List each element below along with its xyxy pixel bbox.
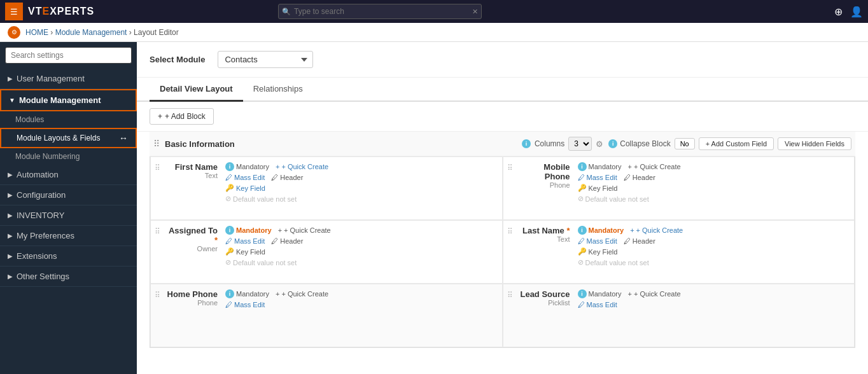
breadcrumb-home[interactable]: HOME <box>25 28 48 37</box>
field-control-row-1: i Mandatory + + Quick Create <box>225 226 496 235</box>
add-custom-field-button[interactable]: + Add Custom Field <box>699 137 774 150</box>
header-toggle[interactable]: 🖊 Header <box>624 174 655 181</box>
clear-search-icon[interactable]: ✕ <box>472 8 478 16</box>
mandatory-info-icon: i <box>578 289 587 298</box>
tab-detail-view-layout[interactable]: Detail View Layout <box>150 78 243 102</box>
header-icon: 🖊 <box>624 174 631 181</box>
sidebar-item-other-settings[interactable]: ▶ Other Settings <box>0 267 137 287</box>
field-controls: i Mandatory + + Quick Create 🖊 Ma <box>578 162 848 214</box>
sidebar-search-input[interactable] <box>5 47 132 64</box>
field-controls: i Mandatory + + Quick Create 🖊 Ma <box>225 289 496 342</box>
collapse-no-button[interactable]: No <box>675 138 695 149</box>
field-control-row-1: i Mandatory + + Quick Create <box>225 289 496 298</box>
default-label: Default value not set <box>233 259 297 267</box>
mandatory-toggle[interactable]: i Mandatory <box>578 226 624 235</box>
mass-edit-toggle[interactable]: 🖊 Mass Edit <box>578 174 617 181</box>
add-block-button[interactable]: + + Add Block <box>150 108 214 125</box>
field-control-row-2: 🖊 Mass Edit <box>225 301 496 308</box>
quick-create-toggle[interactable]: + + Quick Create <box>627 290 680 298</box>
mass-edit-label: Mass Edit <box>234 174 265 181</box>
mandatory-toggle[interactable]: i Mandatory <box>225 162 269 171</box>
block-settings-icon[interactable]: ⚙ <box>596 139 603 149</box>
quick-create-toggle[interactable]: + + Quick Create <box>276 163 328 170</box>
required-indicator: * <box>564 226 570 235</box>
content-area: Select Module Contacts Detail View Layou… <box>137 42 868 374</box>
columns-info-icon[interactable]: i <box>522 139 531 148</box>
mandatory-label: Mandatory <box>589 226 624 234</box>
columns-select[interactable]: 3 1 2 <box>568 137 592 151</box>
block-drag-handle[interactable]: ⠿ <box>153 139 160 149</box>
sidebar-subitem-module-numbering[interactable]: Module Numbering <box>0 148 137 165</box>
sidebar-item-configuration[interactable]: ▶ Configuration <box>0 185 137 205</box>
field-name: Home Phone <box>164 289 218 299</box>
mandatory-toggle[interactable]: i Mandatory <box>578 289 622 298</box>
field-drag-handle[interactable]: ⠿ <box>507 226 513 278</box>
sidebar-item-my-preferences[interactable]: ▶ My Preferences <box>0 226 137 246</box>
menu-button[interactable]: ☰ <box>5 3 23 20</box>
header-toggle[interactable]: 🖊 Header <box>271 237 303 245</box>
header-toggle[interactable]: 🖊 Header <box>624 237 655 245</box>
quick-create-toggle[interactable]: + + Quick Create <box>278 226 331 234</box>
add-icon[interactable]: ⊕ <box>834 6 843 18</box>
field-name: Assigned To * <box>164 226 218 245</box>
field-controls: i Mandatory + + Quick Create 🖊 Ma <box>578 289 848 342</box>
collapse-info-icon[interactable]: i <box>608 139 617 148</box>
field-type: Picklist <box>517 299 570 307</box>
arrow-icon: ▶ <box>8 191 13 198</box>
mass-edit-toggle[interactable]: 🖊 Mass Edit <box>225 174 265 181</box>
view-hidden-fields-button[interactable]: View Hidden Fields <box>778 137 851 150</box>
key-field-toggle[interactable]: 🔑 Key Field <box>225 184 496 192</box>
field-name-col: Mobile Phone Phone <box>517 162 574 214</box>
field-control-row-1: i Mandatory + + Quick Create <box>578 162 848 171</box>
key-field-label: Key Field <box>589 248 618 256</box>
sidebar: ▶ User Management ▼ Module Management Mo… <box>0 42 137 374</box>
field-drag-handle[interactable]: ⠿ <box>155 289 160 342</box>
key-field-toggle[interactable]: 🔑 Key Field <box>578 184 848 192</box>
field-drag-handle[interactable]: ⠿ <box>507 289 513 342</box>
quick-create-toggle[interactable]: + + Quick Create <box>630 226 683 234</box>
mass-edit-label: Mass Edit <box>587 237 617 245</box>
sidebar-item-extensions[interactable]: ▶ Extensions <box>0 246 137 267</box>
add-block-row: + + Add Block <box>137 102 868 132</box>
sidebar-subitem-module-layouts[interactable]: Module Layouts & Fields ↔ <box>0 128 137 148</box>
key-field-toggle[interactable]: 🔑 Key Field <box>225 247 496 256</box>
module-selector-dropdown[interactable]: Contacts <box>218 51 313 68</box>
breadcrumb-module-management[interactable]: Module Management <box>55 28 127 37</box>
mandatory-info-icon: i <box>225 162 234 171</box>
field-cell-first-name: ⠿ First Name Text i Mandatory + <box>150 156 503 220</box>
mandatory-toggle[interactable]: i Mandatory <box>225 289 269 298</box>
search-input[interactable] <box>278 4 482 19</box>
field-drag-handle[interactable]: ⠿ <box>507 162 513 214</box>
menu-icon: ☰ <box>10 7 18 17</box>
quick-create-toggle[interactable]: + + Quick Create <box>276 290 328 298</box>
tab-relationships[interactable]: Relationships <box>243 78 313 102</box>
columns-label: Columns <box>535 139 564 148</box>
user-icon[interactable]: 👤 <box>850 6 863 18</box>
field-name: Lead Source <box>517 289 570 299</box>
arrow-icon: ▶ <box>8 273 13 280</box>
mass-edit-toggle[interactable]: 🖊 Mass Edit <box>225 301 265 308</box>
field-drag-handle[interactable]: ⠿ <box>155 226 160 278</box>
mandatory-label: Mandatory <box>589 163 622 170</box>
field-name: Last Name * <box>517 226 570 235</box>
sidebar-item-module-management[interactable]: ▼ Module Management <box>0 89 137 111</box>
sidebar-item-inventory[interactable]: ▶ INVENTORY <box>0 205 137 226</box>
sidebar-subitem-modules[interactable]: Modules <box>0 111 137 128</box>
mandatory-toggle[interactable]: i Mandatory <box>578 162 622 171</box>
quick-create-label: + Quick Create <box>284 226 331 234</box>
field-cell-assigned-to: ⠿ Assigned To * Owner i Mandatory <box>150 220 503 284</box>
mass-edit-toggle[interactable]: 🖊 Mass Edit <box>225 237 265 245</box>
mandatory-toggle[interactable]: i Mandatory <box>225 226 272 235</box>
field-type: Owner <box>164 245 218 253</box>
quick-create-toggle[interactable]: + + Quick Create <box>627 163 680 170</box>
sidebar-item-user-management[interactable]: ▶ User Management <box>0 69 137 89</box>
sidebar-item-automation[interactable]: ▶ Automation <box>0 165 137 185</box>
header-toggle[interactable]: 🖊 Header <box>271 174 303 181</box>
field-control-row-1: i Mandatory + + Quick Create <box>225 162 496 171</box>
mass-edit-toggle[interactable]: 🖊 Mass Edit <box>578 237 617 245</box>
sidebar-subitem-label: Module Layouts & Fields <box>17 134 100 142</box>
mass-edit-label: Mass Edit <box>234 301 265 308</box>
key-field-toggle[interactable]: 🔑 Key Field <box>578 247 848 256</box>
field-drag-handle[interactable]: ⠿ <box>155 162 160 214</box>
mass-edit-toggle[interactable]: 🖊 Mass Edit <box>578 301 617 308</box>
